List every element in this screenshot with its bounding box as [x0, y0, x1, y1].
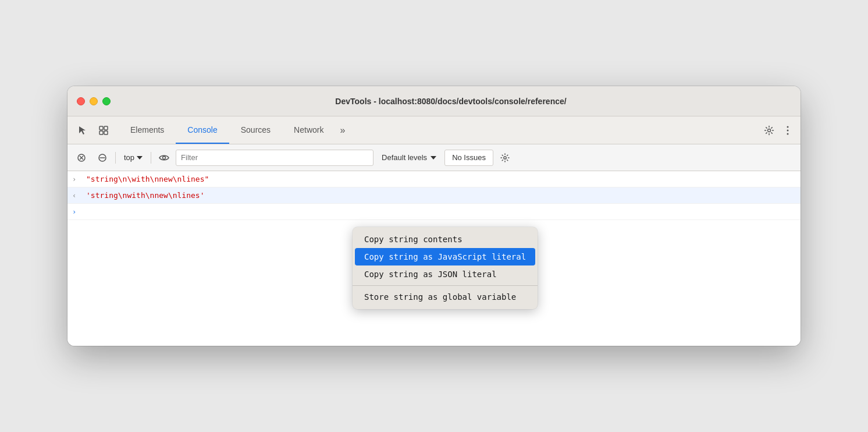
close-button[interactable] [77, 97, 85, 105]
maximize-button[interactable] [102, 97, 111, 105]
gear-icon-sm [500, 153, 510, 162]
clear-console-btn[interactable] [72, 148, 91, 167]
svg-point-7 [787, 133, 789, 134]
console-row-2: ‹ 'string\nwith\nnew\nlines' [67, 187, 801, 204]
context-menu: Copy string contents Copy string as Java… [353, 227, 538, 309]
output-arrow-1: › [72, 175, 81, 183]
prompt-arrow: › [72, 207, 81, 216]
tab-elements[interactable]: Elements [119, 116, 176, 144]
more-options-btn[interactable] [780, 116, 796, 144]
menu-item-copy-contents[interactable]: Copy string contents [353, 231, 538, 248]
tab-network[interactable]: Network [282, 116, 335, 144]
svg-point-6 [787, 129, 789, 131]
svg-rect-2 [99, 131, 103, 134]
svg-rect-1 [104, 126, 108, 130]
console-content: › "string\n\with\nnew\nlines" ‹ 'string\… [67, 171, 801, 346]
svg-point-14 [504, 156, 506, 158]
devtools-tabbar: Elements Console Sources Network » [67, 116, 801, 144]
clear-icon [77, 153, 86, 162]
inspect-icon-btn[interactable] [93, 116, 114, 144]
svg-rect-0 [99, 126, 103, 130]
context-selector[interactable]: top [119, 151, 147, 164]
console-row-3: › [67, 204, 801, 220]
no-issues-btn[interactable]: No Issues [444, 150, 493, 166]
minimize-button[interactable] [90, 97, 98, 105]
menu-item-store-global[interactable]: Store string as global variable [353, 288, 538, 306]
vertical-dots-icon [787, 125, 789, 136]
console-text-1: "string\n\with\nnew\nlines" [86, 175, 796, 183]
inspect-icon [98, 125, 109, 136]
console-toolbar: top Default levels No Issues [67, 144, 801, 171]
chevron-down-icon [137, 156, 143, 160]
svg-point-13 [163, 156, 166, 159]
eye-icon [159, 154, 169, 161]
console-row-1: › "string\n\with\nnew\nlines" [67, 171, 801, 187]
block-icon [98, 153, 107, 162]
menu-item-copy-js-literal[interactable]: Copy string as JavaScript literal [355, 248, 535, 265]
toolbar-separator [115, 152, 116, 164]
chevron-down-icon-2 [431, 156, 436, 160]
titlebar: DevTools - localhost:8080/docs/devtools/… [67, 86, 801, 116]
filter-input[interactable] [176, 150, 373, 166]
cursor-icon [77, 125, 88, 136]
menu-separator [353, 285, 538, 286]
menu-item-copy-json-literal[interactable]: Copy string as JSON literal [353, 265, 538, 283]
input-arrow-2: ‹ [72, 191, 81, 200]
block-icon-btn[interactable] [93, 148, 112, 167]
toolbar-separator-2 [151, 152, 151, 164]
console-text-2: 'string\nwith\nnew\nlines' [86, 191, 796, 200]
svg-point-4 [768, 129, 771, 132]
cursor-icon-btn[interactable] [72, 116, 93, 144]
devtools-window: DevTools - localhost:8080/docs/devtools/… [67, 86, 801, 346]
console-settings-btn[interactable] [496, 148, 514, 167]
traffic-lights [77, 97, 111, 105]
eye-icon-btn[interactable] [155, 148, 173, 167]
default-levels-btn[interactable]: Default levels [376, 151, 442, 164]
tab-sources[interactable]: Sources [229, 116, 282, 144]
more-tabs-btn[interactable]: » [335, 116, 350, 144]
tabs-list: Elements Console Sources Network » [119, 116, 439, 144]
svg-rect-3 [104, 131, 108, 134]
settings-icon-btn[interactable] [759, 116, 780, 144]
tab-console[interactable]: Console [176, 116, 229, 144]
window-title: DevTools - localhost:8080/docs/devtools/… [111, 97, 791, 106]
gear-icon [764, 125, 774, 136]
svg-point-5 [787, 126, 789, 128]
